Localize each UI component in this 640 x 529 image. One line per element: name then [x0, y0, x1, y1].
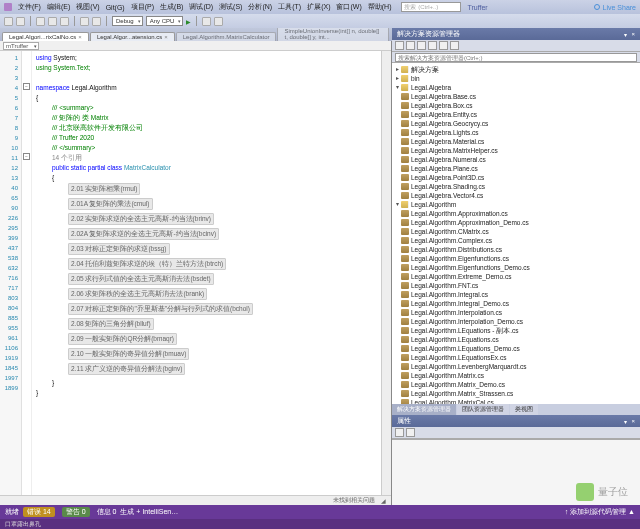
- tree-file[interactable]: Legal.Algorithm.Interpolation_Demo.cs: [392, 317, 640, 326]
- tool-icon[interactable]: [202, 17, 211, 26]
- menu-debug[interactable]: 调试(D): [189, 2, 213, 12]
- menu-project[interactable]: 项目(P): [131, 2, 154, 12]
- new-icon[interactable]: [36, 17, 45, 26]
- tree-folder[interactable]: ▾Legal.Algorithm: [392, 200, 640, 209]
- collapsed-region[interactable]: 2.01 实矩阵相乘(rmul): [68, 183, 140, 195]
- fold-gutter[interactable]: − −: [22, 51, 32, 495]
- close-icon[interactable]: ×: [164, 34, 168, 40]
- tree-file[interactable]: Legal.Algorithm.LEquationsEx.cs: [392, 353, 640, 362]
- start-debug-button[interactable]: ▶: [186, 18, 191, 25]
- tree-file[interactable]: Legal.Algebra.Shading.cs: [392, 182, 640, 191]
- tree-file[interactable]: Legal.Algebra.Entity.cs: [392, 110, 640, 119]
- showall-icon[interactable]: [428, 41, 437, 50]
- code-content[interactable]: using using System;System; using System.…: [32, 51, 381, 495]
- menu-view[interactable]: 视图(V): [76, 2, 99, 12]
- collapsed-region[interactable]: 2.11 求广义逆的奇异值分解法(bginv): [68, 363, 185, 375]
- pin-icon[interactable]: ▾: [624, 31, 627, 38]
- collapse-icon[interactable]: [417, 41, 426, 50]
- menu-window[interactable]: 窗口(W): [336, 2, 361, 12]
- pin-icon[interactable]: ▾: [624, 418, 627, 425]
- tree-file[interactable]: Legal.Algebra.Lights.cs: [392, 128, 640, 137]
- config-combo[interactable]: Debug: [112, 16, 143, 26]
- redo-icon[interactable]: [92, 17, 101, 26]
- close-icon[interactable]: ×: [78, 34, 82, 40]
- tree-file[interactable]: Legal.Algebra.Vector4.cs: [392, 191, 640, 200]
- tree-file[interactable]: Legal.Algebra.Numeral.cs: [392, 155, 640, 164]
- tab-solution-explorer[interactable]: 解决方案资源管理器: [392, 404, 456, 415]
- collapsed-region[interactable]: 2.01A 复矩阵的乘法(cmul): [68, 198, 153, 210]
- menu-build[interactable]: 生成(B): [160, 2, 183, 12]
- tree-file[interactable]: Legal.Algorithm.Approximation.cs: [392, 209, 640, 218]
- collapsed-region[interactable]: 2.09 一般实矩阵的QR分解(bmaqr): [68, 333, 177, 345]
- tree-file[interactable]: Legal.Algorithm.LevenbergMarquardt.cs: [392, 362, 640, 371]
- tree-file[interactable]: Legal.Algorithm.Approximation_Demo.cs: [392, 218, 640, 227]
- warning-count[interactable]: 警告 0: [62, 507, 90, 517]
- menu-file[interactable]: 文件(F): [18, 2, 41, 12]
- tree-file[interactable]: Legal.Algorithm.LEquations.cs: [392, 335, 640, 344]
- tree-file[interactable]: Legal.Algebra.Plane.cs: [392, 164, 640, 173]
- tree-file[interactable]: Legal.Algorithm.Integral_Demo.cs: [392, 299, 640, 308]
- home-icon[interactable]: [395, 41, 404, 50]
- tree-file[interactable]: Legal.Algebra.Base.cs: [392, 92, 640, 101]
- tree-file[interactable]: Legal.Algorithm.Interpolation.cs: [392, 308, 640, 317]
- collapsed-region[interactable]: 2.05 求行列式值的全选主元高斯消去法(bsdet): [68, 273, 214, 285]
- categorize-icon[interactable]: [395, 428, 404, 437]
- collapsed-region[interactable]: 2.06 求矩阵秩的全选主元高斯消去法(brank): [68, 288, 207, 300]
- menu-help[interactable]: 帮助(H): [368, 2, 392, 12]
- tab-extension[interactable]: Legal.Algor...atension.cs×: [90, 32, 175, 41]
- tree-file[interactable]: Legal.Algebra.MatrixHelper.cs: [392, 146, 640, 155]
- solution-tree[interactable]: ▸解决方案▸bin▾Legal.AlgebraLegal.Algebra.Bas…: [392, 63, 640, 404]
- menu-analyze[interactable]: 分析(N): [248, 2, 272, 12]
- source-control-status[interactable]: ↑ 添加到源代码管理 ▲: [565, 507, 635, 517]
- tree-file[interactable]: Legal.Algorithm.LEquations - 副本.cs: [392, 326, 640, 335]
- tree-file[interactable]: Legal.Algorithm.Matrix.cs: [392, 371, 640, 380]
- collapsed-region[interactable]: 2.08 矩阵的三角分解(blluf): [68, 318, 154, 330]
- menu-git[interactable]: Git(G): [106, 4, 125, 11]
- live-share-button[interactable]: Live Share: [594, 4, 636, 11]
- save-icon[interactable]: [60, 17, 69, 26]
- vertical-scrollbar[interactable]: [381, 51, 391, 495]
- tree-file[interactable]: Legal.Algorithm.CMatrix.cs: [392, 227, 640, 236]
- tab-matrixcalno[interactable]: Legal.Algori...rixCalNo.cs×: [2, 32, 89, 41]
- menu-edit[interactable]: 编辑(E): [47, 2, 70, 12]
- tree-file[interactable]: Legal.Algorithm.Eigenfunctions.cs: [392, 254, 640, 263]
- tree-file[interactable]: Legal.Algorithm.Extreme_Demo.cs: [392, 272, 640, 281]
- preview-icon[interactable]: [450, 41, 459, 50]
- info-count[interactable]: 信息 0: [97, 507, 117, 517]
- tab-class-view[interactable]: 类视图: [510, 404, 538, 415]
- collapsed-region[interactable]: 2.02A 复矩阵求逆的全选主元高斯-约当法(bcinv): [68, 228, 219, 240]
- menu-extensions[interactable]: 扩展(X): [307, 2, 330, 12]
- menu-test[interactable]: 测试(S): [219, 2, 242, 12]
- menu-tools[interactable]: 工具(T): [278, 2, 301, 12]
- refresh-icon[interactable]: [406, 41, 415, 50]
- collapsed-region[interactable]: 2.03 对称正定矩阵的求逆(bssg): [68, 243, 170, 255]
- tree-root[interactable]: ▸解决方案: [392, 65, 640, 74]
- collapsed-region[interactable]: 2.02 实矩阵求逆的全选主元高斯-约当法(brinv): [68, 213, 214, 225]
- open-icon[interactable]: [48, 17, 57, 26]
- alpha-icon[interactable]: [406, 428, 415, 437]
- solution-search-input[interactable]: [395, 53, 637, 62]
- close-icon[interactable]: ×: [631, 418, 635, 425]
- tree-file[interactable]: Legal.Algorithm.Matrix_Demo.cs: [392, 380, 640, 389]
- issues-indicator[interactable]: 未找到相关问题: [333, 496, 375, 505]
- error-count[interactable]: 错误 14: [23, 507, 55, 517]
- tree-folder[interactable]: ▾Legal.Algebra: [392, 83, 640, 92]
- tree-file[interactable]: Legal.Algorithm.Eigenfunctions_Demo.cs: [392, 263, 640, 272]
- fold-toggle-icon[interactable]: −: [23, 153, 30, 160]
- tab-team-explorer[interactable]: 团队资源管理器: [457, 404, 509, 415]
- nav-back-icon[interactable]: [4, 17, 13, 26]
- properties-icon[interactable]: [439, 41, 448, 50]
- tree-file[interactable]: Legal.Algebra.Point3D.cs: [392, 173, 640, 182]
- menu-search-input[interactable]: 搜索 (Ctrl+..): [401, 2, 461, 12]
- tree-folder[interactable]: ▸bin: [392, 74, 640, 83]
- tab-method[interactable]: SimpleUnionInverse(int[] n, double[] t, …: [277, 28, 389, 41]
- collapsed-region[interactable]: 2.10 一般实矩阵的奇异值分解(bmuav): [68, 348, 189, 360]
- tree-file[interactable]: Legal.Algorithm.Distributions.cs: [392, 245, 640, 254]
- tree-file[interactable]: Legal.Algorithm.Complex.cs: [392, 236, 640, 245]
- tree-file[interactable]: Legal.Algorithm.Integral.cs: [392, 290, 640, 299]
- tree-file[interactable]: Legal.Algebra.Geocrycy.cs: [392, 119, 640, 128]
- platform-combo[interactable]: Any CPU: [146, 16, 184, 26]
- nav-project-combo[interactable]: mTruffer: [3, 42, 39, 50]
- tree-file[interactable]: Legal.Algebra.Box.cs: [392, 101, 640, 110]
- tab-calculator[interactable]: Legal.Algorithm.MatrixCalculator: [176, 32, 277, 41]
